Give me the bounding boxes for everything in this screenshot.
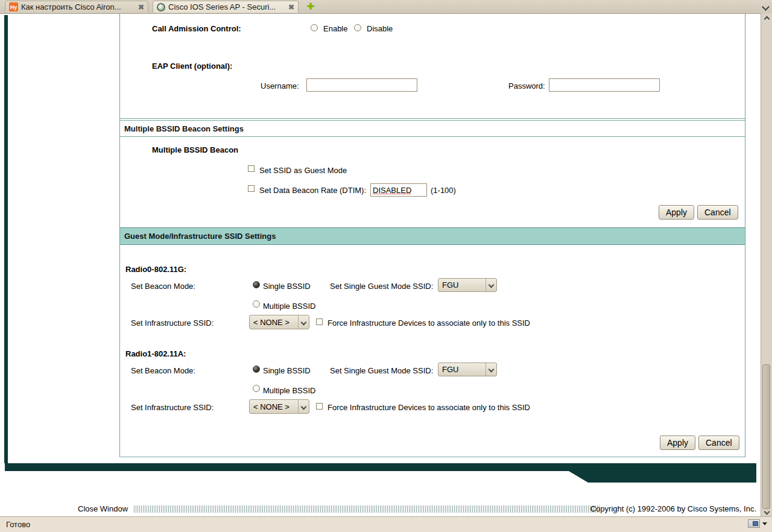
cisco-footer-accent-bar — [5, 463, 756, 483]
chevron-down-icon — [764, 509, 770, 515]
chevron-down-icon — [486, 279, 496, 291]
tab-cisco-active[interactable]: Cisco IOS Series AP - Securi... ✖ — [153, 1, 299, 13]
close-tab-icon[interactable]: ✖ — [138, 4, 144, 11]
infrastructure-ssid-select[interactable]: < NONE > — [249, 315, 309, 329]
dtim-checkbox-label: Set Data Beacon Rate (DTIM): — [259, 186, 366, 195]
chevron-down-icon — [486, 363, 496, 376]
radio0-title: Radio0-802.11G: — [125, 265, 186, 274]
selected-option: FGU — [438, 279, 486, 291]
force-infrastructure-label: Force Infrastructure Devices to associat… — [327, 403, 530, 412]
radio1-title: Radio1-802.11A: — [125, 349, 186, 358]
status-text: Готово — [6, 520, 30, 529]
dtim-range-hint: (1-100) — [431, 186, 456, 195]
chevron-down-icon — [299, 400, 309, 413]
force-infrastructure-checkbox[interactable] — [316, 403, 323, 410]
multiple-bssid-beacon-title: Multiple BSSID Beacon — [152, 145, 238, 154]
username-label: Username: — [261, 81, 299, 90]
panel-border-right — [745, 13, 745, 457]
call-admission-label: Call Admission Control: — [152, 24, 241, 33]
apply-button[interactable]: Apply — [659, 205, 694, 220]
chevron-down-icon — [762, 3, 770, 11]
resize-triangle-icon — [762, 522, 767, 525]
tab-overflow-button[interactable] — [760, 2, 771, 11]
habr-favicon-icon: Hy — [9, 2, 18, 11]
infrastructure-ssid-label: Set Infrastructure SSID: — [131, 318, 214, 328]
plus-icon: ✚ — [307, 1, 315, 12]
multiple-bssid-radio[interactable] — [253, 385, 260, 392]
cisco-favicon-icon — [157, 3, 165, 11]
disable-label: Disable — [367, 24, 393, 33]
selected-option: FGU — [438, 363, 486, 376]
image-placeholder-icon[interactable] — [748, 519, 760, 528]
guest-ssid-label: Set Single Guest Mode SSID: — [330, 366, 433, 375]
chevron-down-icon — [299, 315, 309, 329]
guest-mode-checkbox-label: Set SSID as Guest Mode — [259, 166, 347, 175]
section-divider — [120, 118, 745, 119]
guest-ssid-label: Set Single Guest Mode SSID: — [330, 282, 433, 291]
bssid-beacon-section-header: Multiple BSSID Beacon Settings — [120, 120, 745, 137]
single-bssid-label: Single BSSID — [263, 282, 311, 291]
cancel-button[interactable]: Cancel — [697, 205, 738, 220]
multiple-bssid-label: Multiple BSSID — [263, 302, 315, 311]
tab-habr[interactable]: Hy Как настроить Cisco Airon... ✖ — [5, 1, 148, 13]
guest-ssid-select[interactable]: FGU — [438, 278, 497, 292]
infrastructure-ssid-select[interactable]: < NONE > — [249, 399, 309, 414]
disable-radio[interactable] — [354, 24, 361, 31]
tab-title: Cisco IOS Series AP - Securi... — [168, 2, 285, 11]
section-title: Guest Mode/Infrastructure SSID Settings — [120, 232, 276, 241]
single-bssid-radio[interactable] — [253, 366, 260, 373]
browser-window: Hy Как настроить Cisco Airon... ✖ Cisco … — [0, 0, 772, 532]
selected-option: < NONE > — [250, 315, 298, 329]
beacon-mode-label: Set Beacon Mode: — [131, 366, 195, 375]
beacon-mode-label: Set Beacon Mode: — [131, 282, 195, 291]
section-title: Multiple BSSID Beacon Settings — [120, 124, 244, 133]
copyright-text: Copyright (c) 1992-2006 by Cisco Systems… — [590, 504, 756, 513]
enable-radio[interactable] — [311, 24, 318, 31]
single-bssid-label: Single BSSID — [263, 366, 311, 375]
tab-bar: Hy Как настроить Cisco Airon... ✖ Cisco … — [0, 0, 772, 14]
vertical-scrollbar[interactable] — [761, 13, 772, 516]
password-label: Password: — [508, 81, 545, 90]
password-field[interactable] — [549, 78, 660, 92]
close-window-link[interactable]: Close Window — [78, 504, 128, 513]
chevron-up-icon — [764, 16, 770, 22]
multiple-bssid-label: Multiple BSSID — [263, 386, 315, 395]
force-infrastructure-label: Force Infrastructure Devices to associat… — [327, 318, 530, 328]
multiple-bssid-radio[interactable] — [253, 300, 260, 308]
new-tab-button[interactable]: ✚ — [305, 1, 317, 12]
selected-option: < NONE > — [250, 400, 298, 413]
close-tab-icon[interactable]: ✖ — [288, 4, 294, 11]
scroll-up-button[interactable] — [761, 14, 772, 24]
status-bar: Готово — [0, 516, 772, 532]
apply-button[interactable]: Apply — [660, 435, 695, 450]
infrastructure-ssid-label: Set Infrastructure SSID: — [131, 403, 214, 412]
single-bssid-radio[interactable] — [253, 281, 260, 288]
username-field[interactable] — [306, 78, 417, 92]
page-left-accent-bar — [4, 15, 8, 463]
guest-ssid-select[interactable]: FGU — [438, 363, 497, 376]
guest-mode-checkbox[interactable] — [248, 165, 255, 172]
tab-title: Как настроить Cisco Airon... — [21, 2, 135, 11]
guest-mode-section-header: Guest Mode/Infrastructure SSID Settings — [120, 227, 745, 245]
eap-client-label: EAP Client (optional): — [152, 62, 232, 71]
scroll-down-button[interactable] — [761, 507, 772, 516]
enable-label: Enable — [323, 24, 347, 33]
footer-stripes-divider — [134, 505, 600, 513]
cancel-button[interactable]: Cancel — [698, 435, 739, 450]
panel-border-bottom — [119, 457, 745, 457]
scrollbar-thumb[interactable] — [762, 364, 770, 509]
force-infrastructure-checkbox[interactable] — [316, 318, 323, 325]
dtim-checkbox[interactable] — [248, 185, 255, 192]
dtim-rate-field[interactable] — [370, 183, 427, 197]
